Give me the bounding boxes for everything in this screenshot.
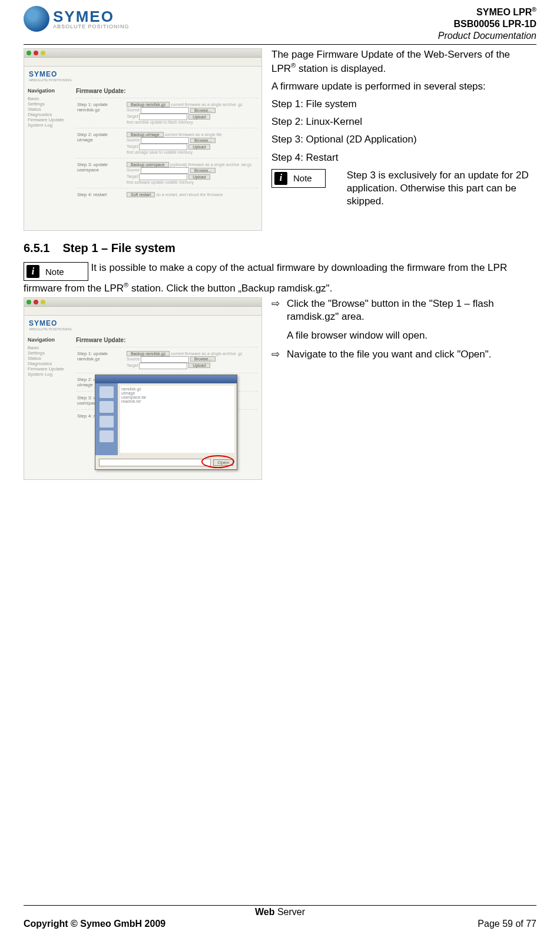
note-label: Note xyxy=(293,173,312,184)
step4-label: Step 4: restart xyxy=(77,192,123,197)
instr-1b: A file browser window will open. xyxy=(287,329,428,342)
step4-text: Step 4: Restart xyxy=(271,151,536,164)
product-code: BSB00056 LPR-1D xyxy=(438,18,536,30)
section-title: Step 1 – File system xyxy=(62,241,175,254)
reg-sup: ® xyxy=(291,62,296,69)
product-name: SYMEO LPR xyxy=(476,7,532,17)
row-step1: SYMEO ABSOLUTE POSITIONING Navigation Ba… xyxy=(24,297,536,480)
screenshot-firmware-update: SYMEO ABSOLUTE POSITIONING Navigation Ba… xyxy=(24,48,262,231)
note-text: Step 3 is exclusively for an update for … xyxy=(347,169,536,208)
page-header: SYMEO ABSOLUTE POSITIONING SYMEO LPR® BS… xyxy=(24,6,536,45)
doc-type: Product Documentation xyxy=(438,30,536,42)
note2-label: Note xyxy=(45,267,64,277)
screenshot-file-dialog: SYMEO ABSOLUTE POSITIONING Navigation Ba… xyxy=(24,297,262,480)
note2-wrap: i Note It is possible to make a copy of … xyxy=(24,262,536,281)
page-number: Page 59 of 77 xyxy=(478,919,536,929)
note-box: i Note xyxy=(271,169,326,188)
arrow-icon: ⇨ xyxy=(271,297,281,323)
nav-title: Navigation xyxy=(28,88,69,94)
step1-label: Step 1: update ramdisk.gz xyxy=(77,102,123,112)
copyright: Copyright © Symeo GmbH 2009 xyxy=(24,919,165,929)
info-icon: i xyxy=(26,265,39,278)
highlight-ellipse-icon xyxy=(201,455,234,468)
p2: A firmware update is performed in severa… xyxy=(271,80,536,93)
step2-label: Step 2: update uImage xyxy=(77,132,123,143)
logo-tagline: ABSOLUTE POSITIONING xyxy=(53,24,130,29)
row-firmware-overview: SYMEO ABSOLUTE POSITIONING Navigation Ba… xyxy=(24,48,536,231)
upload-button[interactable]: Upload xyxy=(188,114,210,120)
section-number: 6.5.1 xyxy=(24,241,49,255)
mini-logo: SYMEO xyxy=(29,70,257,78)
info-icon: i xyxy=(274,172,287,185)
step3-label: Step 3: update userspace xyxy=(77,162,123,173)
instr-1: Click the "Browse" button in the "Step 1… xyxy=(287,297,536,323)
p1b: station is displayed. xyxy=(296,63,386,74)
note2-cont: firmware from the LPR xyxy=(24,283,124,294)
description-overview: The page Firmware Update of the Web-Serv… xyxy=(268,48,536,231)
step3-text: Step 3: Optional (2D Application) xyxy=(271,133,536,146)
note2-text-a: It is possible to make a copy of the act… xyxy=(91,262,507,273)
logo: SYMEO ABSOLUTE POSITIONING xyxy=(24,6,130,32)
instructions-step1: ⇨ Click the "Browse" button in the "Step… xyxy=(268,297,536,480)
step1-text: Step 1: File system xyxy=(271,98,536,111)
browse-button[interactable]: Browse... xyxy=(190,108,216,113)
mini-tagline: ABSOLUTE POSITIONING xyxy=(29,78,257,82)
globe-icon xyxy=(24,6,49,32)
footer-center-rest: Server xyxy=(274,907,305,917)
note2-box: i Note xyxy=(24,262,88,281)
header-meta: SYMEO LPR® BSB00056 LPR-1D Product Docum… xyxy=(438,6,536,42)
step2-text: Step 2: Linux-Kernel xyxy=(271,115,536,128)
logo-text: SYMEO xyxy=(53,9,130,24)
footer-center-bold: Web xyxy=(255,907,274,917)
arrow-icon: ⇨ xyxy=(271,348,281,361)
instr-2: Navigate to the file you want and click … xyxy=(287,348,492,361)
panel-title: Firmware Update: xyxy=(76,88,258,94)
reg-sup2: ® xyxy=(124,281,128,289)
page-footer: Web Server Copyright © Symeo GmbH 2009 P… xyxy=(24,905,536,929)
backup-button[interactable]: Backup ramdisk.gz xyxy=(127,102,170,107)
registered-mark: ® xyxy=(532,6,536,13)
section-heading: 6.5.1Step 1 – File system xyxy=(24,241,536,255)
file-dialog: ramdisk.gzuImageuserspace.tarreadme.txt … xyxy=(95,375,237,470)
note2-text-b: station. Click the button „Backup ramdis… xyxy=(128,283,332,294)
